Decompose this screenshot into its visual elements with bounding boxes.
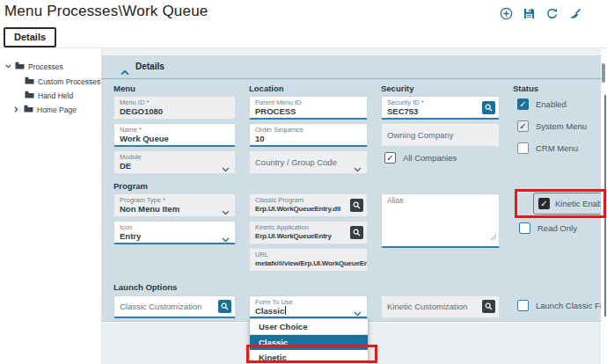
dropdown-option-classic[interactable]: Classic [250, 335, 368, 350]
field-value: Entry [120, 231, 230, 242]
checkbox-label: Kinetic Enabled [555, 199, 607, 208]
tree-item-label: Custom Processes [38, 77, 100, 86]
chevron-down-icon[interactable] [5, 64, 11, 69]
details-accordion-header[interactable]: Details [101, 55, 601, 79]
tree-item-label: Home Page [37, 106, 77, 114]
save-icon[interactable] [522, 6, 537, 21]
tree-item-processes[interactable]: Processes [5, 62, 63, 71]
group-title-security: Security [381, 84, 414, 93]
text-cursor [285, 306, 286, 315]
field-label: Kinetic Customization [387, 298, 494, 315]
name-field[interactable]: Name * Work Queue [113, 123, 236, 147]
refresh-icon[interactable] [545, 6, 559, 21]
resize-handle-icon[interactable] [491, 229, 497, 244]
dropdown-option-user-choice[interactable]: User Choice [250, 319, 368, 335]
country-group-code-dropdown[interactable]: Country / Group Code [249, 150, 368, 174]
system-menu-checkbox[interactable]: System Menu [517, 120, 587, 132]
field-label: Security ID * [387, 98, 494, 106]
parent-menu-id-field[interactable]: Parent Menu ID PROCESS [249, 96, 368, 120]
checkbox-label: Read Only [538, 223, 577, 233]
kinetic-enabled-checkbox[interactable]: Kinetic Enabled [538, 198, 607, 209]
group-title-program: Program [113, 181, 148, 191]
folder-icon [15, 62, 25, 71]
classic-program-field[interactable]: Classic Program Erp.UI.WorkQueueEntry.dl… [249, 193, 368, 217]
launch-classic-form-checkbox[interactable]: Launch Classic Form [517, 300, 607, 311]
chevron-down-icon [222, 203, 230, 217]
menu-id-field[interactable]: Menu ID * DEGO1080 [113, 96, 236, 120]
window-edge-line [604, 95, 606, 317]
tree-item-home-page[interactable]: Home Page [14, 105, 77, 114]
field-value: Erp.UI.WorkQueueEntry [255, 231, 362, 242]
module-dropdown[interactable]: Module DE [113, 150, 236, 174]
field-label: Alias [387, 196, 494, 205]
checkbox-icon[interactable] [517, 98, 529, 110]
owning-company-field[interactable]: Owning Company [381, 123, 500, 147]
field-label: Order Sequence [255, 126, 362, 134]
top-bar: Menu Processes\Work Queue Details [0, 0, 607, 48]
group-title-launch-options: Launch Options [113, 282, 177, 292]
checkbox-icon[interactable] [517, 120, 529, 132]
all-companies-checkbox[interactable]: All Companies [384, 152, 457, 164]
field-label: Country / Group Code [255, 153, 362, 171]
checkbox-icon[interactable] [384, 152, 396, 164]
crm-menu-checkbox[interactable]: CRM Menu [517, 142, 578, 154]
accordion-title: Details [135, 62, 165, 71]
checkbox-icon[interactable] [517, 300, 529, 311]
tree-item-custom-processes[interactable]: Custom Processes [25, 76, 100, 86]
icon-dropdown[interactable]: Icon Entry [113, 221, 236, 244]
panel-top-strip [101, 48, 601, 55]
read-only-checkbox[interactable]: Read Only [519, 222, 577, 234]
field-label: Owning Company [387, 126, 494, 144]
field-value: DE [120, 161, 230, 171]
main-toolbar [499, 6, 582, 21]
field-value: metafx/#/view/Erp.UI.WorkQueueEntry [255, 258, 362, 269]
checkbox-label: CRM Menu [536, 143, 578, 153]
url-field[interactable]: URL metafx/#/view/Erp.UI.WorkQueueEntry [249, 248, 368, 272]
field-label: Kinetic Application [255, 223, 362, 231]
folder-icon [25, 91, 34, 100]
checkbox-icon[interactable] [517, 142, 529, 154]
checkbox-label: All Companies [403, 153, 457, 163]
search-icon[interactable] [350, 226, 363, 239]
group-title-status: Status [513, 84, 538, 93]
classic-customization-field[interactable]: Classic Customization [113, 295, 236, 318]
field-label: Program Type * [120, 196, 230, 204]
tree-item-hand-held[interactable]: Hand Held [25, 91, 73, 100]
field-value: DEGO1080 [120, 106, 230, 117]
scrollbar-thumb[interactable] [602, 63, 605, 83]
checkbox-label: Launch Classic Form [536, 301, 607, 310]
checkbox-icon[interactable] [519, 222, 530, 234]
search-icon[interactable] [482, 101, 495, 114]
kinetic-application-field[interactable]: Kinetic Application Erp.UI.WorkQueueEntr… [249, 221, 368, 244]
field-label: Module [120, 153, 230, 161]
tab-details[interactable]: Details [4, 27, 56, 47]
alias-textarea[interactable]: Alias [381, 193, 500, 248]
field-label: Name * [120, 126, 230, 134]
security-id-field[interactable]: Security ID * SEC753 [381, 96, 500, 120]
order-sequence-field[interactable]: Order Sequence 10 [249, 123, 368, 147]
search-icon[interactable] [482, 300, 495, 313]
program-type-dropdown[interactable]: Program Type * Non Menu Item [113, 193, 236, 217]
dropdown-option-kinetic[interactable]: Kinetic [250, 350, 368, 364]
group-title-location: Location [249, 84, 284, 93]
chevron-down-icon [354, 304, 362, 318]
field-label: Menu ID * [120, 98, 230, 106]
form-to-use-dropdown[interactable]: Form To Use Classic [249, 295, 368, 318]
new-icon[interactable] [499, 6, 514, 21]
field-value: Work Queue [120, 134, 230, 144]
search-icon[interactable] [350, 199, 363, 212]
clear-icon[interactable] [567, 6, 582, 21]
checkbox-label: Enabled [536, 99, 567, 109]
checkbox-icon[interactable] [538, 198, 550, 209]
field-value: Classic [255, 306, 284, 316]
search-icon[interactable] [218, 300, 231, 313]
chevron-right-icon[interactable] [14, 106, 20, 113]
chevron-up-icon[interactable] [121, 63, 129, 79]
field-value: PROCESS [255, 106, 362, 117]
enabled-checkbox[interactable]: Enabled [517, 98, 567, 110]
field-label: Classic Customization [120, 298, 230, 315]
tree-sidebar: Processes Custom Processes Hand Held Hom… [0, 48, 101, 364]
field-label: Icon [120, 223, 230, 231]
kinetic-customization-field[interactable]: Kinetic Customization [381, 295, 500, 318]
folder-icon [25, 76, 34, 86]
